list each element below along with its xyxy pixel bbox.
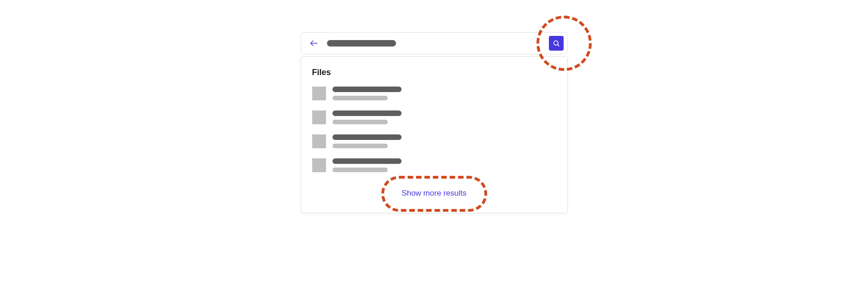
result-text <box>332 110 402 124</box>
show-more-wrapper: Show more results <box>312 185 556 202</box>
result-title-placeholder <box>332 110 402 116</box>
result-title-placeholder <box>332 87 402 92</box>
file-thumbnail-icon <box>312 87 326 100</box>
search-button[interactable] <box>549 36 564 51</box>
file-thumbnail-icon <box>312 134 326 148</box>
result-subtitle-placeholder <box>332 96 388 100</box>
show-more-link[interactable]: Show more results <box>394 185 474 202</box>
result-text <box>332 134 402 148</box>
search-bar <box>301 32 568 54</box>
list-item[interactable] <box>312 134 556 148</box>
result-text <box>332 87 402 100</box>
result-subtitle-placeholder <box>332 144 388 148</box>
file-thumbnail-icon <box>312 110 326 124</box>
back-arrow-icon[interactable] <box>309 38 320 49</box>
result-subtitle-placeholder <box>332 120 388 124</box>
search-results-mockup: Files <box>301 32 568 213</box>
list-item[interactable] <box>312 110 556 124</box>
result-text <box>332 158 402 172</box>
search-input[interactable] <box>327 40 396 46</box>
list-item[interactable] <box>312 87 556 100</box>
list-item[interactable] <box>312 158 556 172</box>
result-title-placeholder <box>332 158 402 164</box>
result-title-placeholder <box>332 134 402 140</box>
search-bar-wrapper <box>301 32 568 54</box>
result-list <box>312 87 556 172</box>
result-subtitle-placeholder <box>332 168 388 172</box>
search-icon <box>553 40 560 47</box>
section-title: Files <box>312 68 556 77</box>
file-thumbnail-icon <box>312 158 326 172</box>
results-panel: Files <box>301 56 568 213</box>
svg-line-2 <box>557 45 559 46</box>
